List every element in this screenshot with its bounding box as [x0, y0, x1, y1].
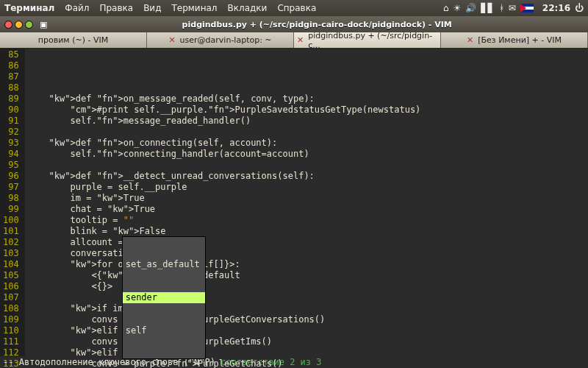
- code-line: blink = "kw">False: [28, 226, 588, 237]
- code-line: convs = purple."fn">PurpleGetChats(): [28, 358, 588, 368]
- bluetooth-icon[interactable]: ᚼ: [499, 3, 504, 13]
- tab-label: [Без Имени] + - VIM: [478, 35, 562, 45]
- tab-label: провим (~) - VIM: [38, 35, 108, 45]
- menu-help[interactable]: Справка: [277, 3, 316, 13]
- minimize-window-button[interactable]: [15, 21, 23, 29]
- code-line: "kw">if im "kw">and chat:: [28, 303, 588, 314]
- close-tab-icon[interactable]: ✕: [467, 35, 473, 45]
- maximize-window-button[interactable]: [25, 21, 33, 29]
- menu-terminal[interactable]: Терминал: [171, 3, 217, 13]
- completion-item-selected[interactable]: sender: [123, 292, 205, 303]
- os-menubar: Терминал Файл Правка Вид Терминал Вкладк…: [0, 0, 588, 16]
- session-icon[interactable]: ⏻: [575, 3, 584, 13]
- mail-icon[interactable]: ✉: [509, 3, 516, 13]
- tab-3[interactable]: ✕ [Без Имени] + - VIM: [441, 32, 588, 48]
- close-window-button[interactable]: [4, 21, 12, 29]
- code-line: purple = self.__purple: [28, 182, 588, 193]
- code-line: allcount = 0: [28, 237, 588, 248]
- code-line: tooltip = "": [28, 215, 588, 226]
- clock[interactable]: 22:16: [542, 3, 570, 13]
- system-tray: ⌂ ☀ 🔊 ▋▋ ᚼ ✉ 22:16 ⏻: [443, 3, 584, 13]
- completion-popup[interactable]: set_as_default sender self: [122, 236, 206, 359]
- code-line: self."fn">message_readed_handler(): [28, 116, 588, 127]
- window-title: pidgindbus.py + (~/src/pidgin-cairo-dock…: [50, 20, 584, 29]
- close-tab-icon[interactable]: ✕: [297, 35, 304, 45]
- code-line: "kw">for one "kw">in <{self[]}>:: [28, 259, 588, 270]
- window-titlebar: ▣ pidgindbus.py + (~/src/pidgin-cairo-do…: [0, 16, 588, 32]
- tab-label: user@darvin-laptop: ~: [180, 35, 272, 45]
- menu-file[interactable]: Файл: [65, 3, 89, 13]
- tray-icon[interactable]: ☀: [453, 3, 462, 13]
- code-area[interactable]: "kw">def "fn">on_message_readed(self, co…: [25, 49, 588, 356]
- menu-tabs[interactable]: Вкладки: [228, 3, 268, 13]
- code-line: "kw">elif chat:: [28, 347, 588, 358]
- tab-1[interactable]: ✕ user@darvin-laptop: ~: [147, 32, 294, 48]
- code-line: im = "kw">True: [28, 193, 588, 204]
- tab-0[interactable]: провим (~) - VIM: [0, 32, 147, 48]
- terminal-icon: ▣: [40, 20, 47, 29]
- terminal-tabbar: провим (~) - VIM ✕ user@darvin-laptop: ~…: [0, 32, 588, 49]
- code-line: [28, 127, 588, 138]
- code-line: [28, 82, 588, 93]
- code-line: convs = purple."fn">PurpleGetConversatio…: [28, 314, 588, 325]
- code-line: "kw">def "fn">__detect_unread_conversati…: [28, 171, 588, 182]
- code-line: <{}> sender: [28, 281, 588, 292]
- code-line: "kw">def "fn">on_message_readed(self, co…: [28, 93, 588, 105]
- menu-view[interactable]: Вид: [143, 3, 161, 13]
- menu-edit[interactable]: Правка: [99, 3, 133, 13]
- completion-item[interactable]: set_as_default: [123, 259, 205, 270]
- code-line: conversations = []: [28, 248, 588, 259]
- completion-item[interactable]: self: [123, 325, 205, 336]
- code-line: "kw">def "fn">on_connecting(self, accoun…: [28, 138, 588, 149]
- window-buttons: [4, 21, 35, 29]
- code-line: convs = purple."fn">PurpleGetIms(): [28, 336, 588, 347]
- code-line: "kw">elif im:: [28, 325, 588, 336]
- tab-label: pidgindbus.py + (~/src/pidgin-c...: [308, 31, 437, 50]
- line-number-gutter: 8586878889909192939495969798991001011021…: [0, 49, 25, 356]
- volume-icon[interactable]: 🔊: [465, 3, 476, 13]
- code-line: self."fn">connecting_handler(account=acc…: [28, 149, 588, 160]
- menubar-app-title: Терминал: [4, 3, 54, 13]
- network-icon[interactable]: ▋▋: [481, 3, 494, 13]
- tray-icon[interactable]: ⌂: [443, 3, 449, 13]
- code-line: "cm">#print self.__purple."fn">PurpleSav…: [28, 105, 588, 116]
- locale-flag-icon[interactable]: [520, 4, 534, 13]
- code-line: [28, 160, 588, 171]
- vim-editor[interactable]: 8586878889909192939495969798991001011021…: [0, 49, 588, 356]
- close-tab-icon[interactable]: ✕: [168, 35, 175, 45]
- code-line: chat = "kw">True: [28, 204, 588, 215]
- code-line: self: [28, 292, 588, 303]
- tab-2[interactable]: ✕ pidgindbus.py + (~/src/pidgin-c...: [294, 32, 441, 48]
- code-line: <{"kw">pass}> set_as_default: [28, 270, 588, 281]
